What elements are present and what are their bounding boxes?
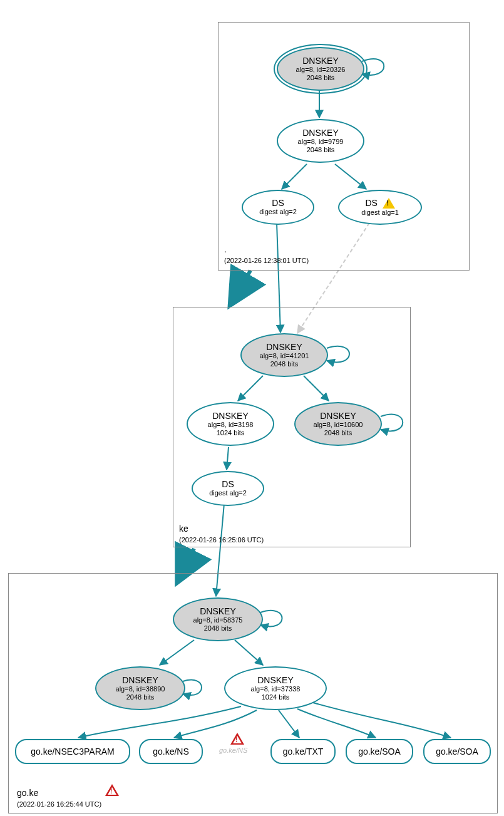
node-title: DS bbox=[272, 198, 284, 208]
zone-ke-label: ke bbox=[179, 524, 188, 534]
leaf-soa1: go.ke/SOA bbox=[346, 739, 413, 764]
node-sub1: digest alg=2 bbox=[209, 489, 247, 497]
node-sub1: alg=8, id=10600 bbox=[314, 421, 363, 429]
node-sub1: alg=8, id=20326 bbox=[296, 66, 346, 74]
node-sub2: 1024 bits bbox=[217, 429, 245, 437]
node-sub2: 2048 bits bbox=[204, 624, 232, 633]
node-sub1: digest alg=1 bbox=[361, 209, 399, 217]
dnskey-38890: DNSKEY alg=8, id=38890 2048 bits bbox=[95, 666, 185, 710]
node-title: DNSKEY bbox=[266, 342, 302, 352]
dnskey-10600: DNSKEY alg=8, id=10600 2048 bits bbox=[294, 402, 382, 446]
node-sub1: alg=8, id=37338 bbox=[251, 685, 301, 693]
node-title: DNSKEY bbox=[122, 675, 158, 685]
node-sub2: 2048 bits bbox=[126, 693, 155, 701]
ds-ke-alg2: DS digest alg=2 bbox=[192, 471, 264, 506]
dnskey-9799: DNSKEY alg=8, id=9799 2048 bits bbox=[277, 119, 364, 163]
dnskey-37338: DNSKEY alg=8, id=37338 1024 bits bbox=[224, 666, 327, 710]
node-sub1: alg=8, id=3198 bbox=[208, 421, 254, 429]
node-sub2: 2048 bits bbox=[324, 429, 352, 437]
node-sub1: digest alg=2 bbox=[259, 208, 297, 216]
node-title: DNSKEY bbox=[257, 675, 294, 685]
zone-ke-timestamp: (2022-01-26 16:25:06 UTC) bbox=[179, 536, 264, 544]
node-title: DNSKEY bbox=[302, 56, 339, 66]
node-sub2: 2048 bits bbox=[270, 360, 299, 368]
node-sub1: alg=8, id=38890 bbox=[116, 685, 165, 693]
zone-goke-label: go.ke bbox=[17, 788, 38, 798]
zone-root-timestamp: (2022-01-26 12:38:01 UTC) bbox=[224, 257, 309, 264]
leaf-nsec3param: go.ke/NSEC3PARAM bbox=[15, 739, 130, 764]
dnskey-20326: DNSKEY alg=8, id=20326 2048 bits bbox=[277, 47, 364, 91]
leaf-txt: go.ke/TXT bbox=[270, 739, 336, 764]
node-sub1: alg=8, id=9799 bbox=[298, 138, 344, 146]
ds-root-alg1: DS digest alg=1 bbox=[338, 190, 422, 225]
error-icon: ! bbox=[230, 733, 244, 745]
dnskey-58375: DNSKEY alg=8, id=58375 2048 bits bbox=[173, 597, 263, 641]
node-sub1: alg=8, id=58375 bbox=[193, 616, 243, 624]
zone-goke-timestamp: (2022-01-26 16:25:44 UTC) bbox=[17, 800, 101, 808]
dnskey-41201: DNSKEY alg=8, id=41201 2048 bits bbox=[240, 333, 328, 377]
node-title: DNSKEY bbox=[320, 411, 356, 421]
warning-icon bbox=[383, 198, 395, 209]
ds-label: DS bbox=[365, 198, 377, 208]
node-sub2: 1024 bits bbox=[262, 693, 290, 701]
leaf-soa2: go.ke/SOA bbox=[423, 739, 491, 764]
ds-root-alg2: DS digest alg=2 bbox=[242, 190, 314, 225]
zone-root-label: . bbox=[224, 244, 227, 254]
node-title: DNSKEY bbox=[200, 606, 236, 616]
leaf-ns: go.ke/NS bbox=[139, 739, 203, 764]
node-sub1: alg=8, id=41201 bbox=[260, 352, 309, 360]
node-sub2: 2048 bits bbox=[307, 146, 335, 154]
node-title: DS bbox=[365, 198, 394, 209]
node-sub2: 2048 bits bbox=[307, 74, 335, 82]
node-title: DS bbox=[222, 479, 234, 489]
node-title: DNSKEY bbox=[302, 128, 339, 138]
error-icon: ! bbox=[105, 784, 119, 796]
dnskey-3198: DNSKEY alg=8, id=3198 1024 bits bbox=[187, 402, 274, 446]
node-title: DNSKEY bbox=[212, 411, 249, 421]
leaf-ns-muted: go.ke/NS bbox=[219, 746, 247, 754]
